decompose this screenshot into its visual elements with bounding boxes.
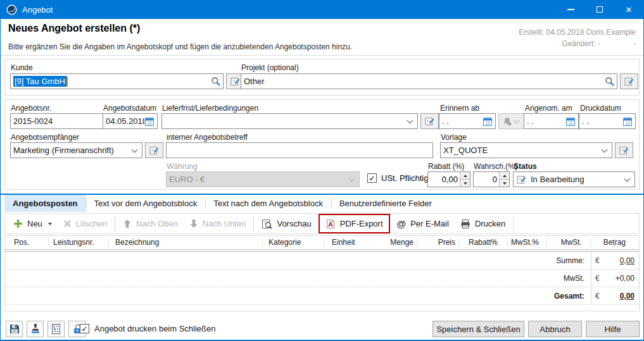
ust-pflichtig-checkbox[interactable]: ✓ bbox=[367, 173, 377, 183]
lieferfrist-edit-button[interactable] bbox=[420, 113, 439, 129]
column-header-pos: Pos. bbox=[5, 238, 49, 247]
projekt-input[interactable]: Other bbox=[241, 73, 617, 89]
kunde-input[interactable]: [9] Tau GmbH bbox=[10, 73, 224, 89]
erinnern-ab-value: . . bbox=[442, 116, 483, 126]
svg-text:12: 12 bbox=[147, 121, 152, 125]
projekt-edit-button[interactable] bbox=[620, 73, 638, 89]
tab-label: Text vor dem Angebotsblock bbox=[94, 199, 198, 208]
druckdatum-input[interactable]: . . 12 bbox=[579, 113, 636, 129]
erinnern-ab-label: Erinnern ab bbox=[440, 104, 479, 113]
print-on-close-checkbox[interactable]: ✓ bbox=[80, 324, 89, 333]
empfaenger-value: Marketing (Firmenanschrift) bbox=[13, 146, 130, 155]
rabatt-spinner[interactable]: 0,00 bbox=[427, 171, 470, 187]
text-caret bbox=[66, 77, 68, 87]
vorlage-value: XT_QUOTE bbox=[443, 146, 600, 155]
status-combobox[interactable]: In Bearbeitung bbox=[513, 171, 635, 187]
save-icon-button[interactable] bbox=[6, 321, 23, 337]
kunde-label: Kunde bbox=[11, 63, 33, 72]
stamp-icon-button[interactable] bbox=[27, 321, 44, 337]
empfaenger-edit-button[interactable] bbox=[145, 142, 163, 158]
calendar-icon[interactable]: 12 bbox=[565, 116, 576, 127]
per-email-button[interactable]: @ Per E-Mail bbox=[391, 215, 455, 233]
neu-button[interactable]: Neu bbox=[8, 215, 58, 233]
report-outline-icon bbox=[51, 323, 61, 335]
minimize-button[interactable] bbox=[556, 0, 585, 19]
nach-unten-label: Nach Unten bbox=[203, 219, 246, 228]
calendar-icon[interactable]: 12 bbox=[483, 116, 493, 127]
tab-bar: Angebotsposten Text vor dem Angebotsbloc… bbox=[1, 195, 440, 212]
check-icon: ✓ bbox=[81, 325, 87, 333]
edit-icon bbox=[149, 145, 160, 156]
positions-table: Pos. Leistungsnr. Bezeichnung Kategorie … bbox=[4, 235, 640, 311]
modified-label: Geändert: - bbox=[562, 38, 600, 49]
tab-angebotsposten[interactable]: Angebotsposten bbox=[4, 195, 86, 212]
projekt-value: Other bbox=[244, 77, 605, 86]
details-group: Angebotsnr. 2015-0024 Angebotsdatum 04.0… bbox=[4, 99, 640, 190]
dialog-window: Angebot ✕ Neues Angebot erstellen (*) Er… bbox=[0, 0, 644, 341]
lieferfrist-combobox[interactable] bbox=[161, 113, 418, 129]
angebotsnr-input[interactable]: 2015-0024 bbox=[10, 113, 108, 129]
help-button[interactable]: Hilfe bbox=[586, 321, 640, 337]
angebotsdatum-input[interactable]: 04.05.2018 12 bbox=[103, 113, 158, 129]
reminder-bell-button[interactable] bbox=[498, 113, 524, 129]
spin-down-button[interactable] bbox=[500, 179, 509, 187]
drucken-button[interactable]: Drucken bbox=[455, 215, 511, 233]
mwst-value: +0,00 bbox=[603, 274, 639, 283]
wahrsch-spinner[interactable]: 0 bbox=[473, 171, 510, 187]
report-icon-button[interactable] bbox=[47, 321, 65, 337]
tab-text-vor-angebotsblock[interactable]: Text vor dem Angebotsblock bbox=[86, 195, 206, 212]
loeschen-button[interactable]: Löschen bbox=[58, 215, 113, 233]
calendar-icon[interactable]: 12 bbox=[144, 116, 155, 127]
chevron-down-icon bbox=[624, 175, 631, 182]
close-button[interactable]: ✕ bbox=[614, 0, 643, 19]
spin-up-button[interactable] bbox=[460, 172, 470, 179]
column-header-bezeichnung: Bezeichnung bbox=[109, 238, 263, 247]
close-icon: ✕ bbox=[626, 5, 633, 15]
erinnern-ab-input[interactable]: . . 12 bbox=[439, 113, 496, 129]
pdf-export-highlight-annotation: PDF-Export bbox=[319, 214, 390, 233]
svg-text:12: 12 bbox=[625, 121, 630, 125]
chevron-down-icon bbox=[602, 146, 608, 152]
angenommen-am-input[interactable]: . . 12 bbox=[524, 113, 579, 129]
empfaenger-combobox[interactable]: Marketing (Firmenanschrift) bbox=[10, 142, 142, 158]
betreff-input[interactable] bbox=[166, 142, 433, 158]
currency-symbol: € bbox=[591, 270, 603, 287]
page-title: Neues Angebot erstellen (*) bbox=[8, 23, 140, 34]
pdf-export-button[interactable]: PDF-Export bbox=[320, 215, 389, 233]
vorlage-label: Vorlage bbox=[441, 133, 467, 142]
printer-icon bbox=[460, 219, 470, 229]
vorlage-combobox[interactable]: XT_QUOTE bbox=[440, 142, 612, 158]
waehrung-combobox: EURO - € bbox=[166, 171, 360, 187]
wahrsch-label: Wahrsch.(%) bbox=[474, 162, 517, 171]
spin-up-button[interactable] bbox=[500, 172, 509, 179]
angenommen-am-value: . . bbox=[527, 116, 565, 126]
nach-unten-button[interactable]: Nach Unten bbox=[184, 215, 252, 233]
spin-down-button[interactable] bbox=[460, 179, 470, 187]
save-close-button[interactable]: Speichern & Schließen bbox=[432, 321, 524, 337]
angebotsdatum-value: 04.05.2018 bbox=[106, 116, 144, 126]
tab-benutzerdefinierte-felder[interactable]: Benutzerdefinierte Felder bbox=[331, 195, 440, 212]
footer-icon-bar bbox=[6, 321, 85, 337]
waehrung-label: Währung bbox=[167, 162, 198, 171]
x-icon bbox=[63, 220, 72, 228]
column-header-leistungsnr: Leistungsnr. bbox=[49, 238, 109, 247]
nach-oben-button[interactable]: Nach Oben bbox=[117, 215, 184, 233]
vorschau-button[interactable]: Vorschau bbox=[256, 215, 317, 233]
vorlage-edit-button[interactable] bbox=[615, 142, 633, 158]
cancel-button[interactable]: Abbruch bbox=[528, 321, 582, 337]
chevron-down-icon[interactable] bbox=[48, 223, 52, 225]
projekt-label: Projekt (optional) bbox=[241, 63, 299, 72]
svg-text:12: 12 bbox=[568, 121, 573, 125]
maximize-button[interactable] bbox=[585, 0, 614, 19]
tab-text-nach-angebotsblock[interactable]: Text nach dem Angebotsblock bbox=[205, 195, 331, 212]
created-value: 04.05.2018 Doris Example bbox=[546, 28, 636, 37]
search-icon[interactable] bbox=[605, 77, 614, 86]
search-icon[interactable] bbox=[211, 77, 220, 86]
tab-label: Angebotsposten bbox=[13, 199, 78, 208]
created-label: Erstellt: bbox=[519, 28, 544, 37]
calendar-icon[interactable]: 12 bbox=[622, 116, 633, 127]
druckdatum-value: . . bbox=[582, 116, 622, 126]
window-title: Angebot bbox=[22, 5, 556, 15]
arrow-down-icon bbox=[189, 219, 198, 228]
maximize-icon bbox=[597, 6, 603, 13]
